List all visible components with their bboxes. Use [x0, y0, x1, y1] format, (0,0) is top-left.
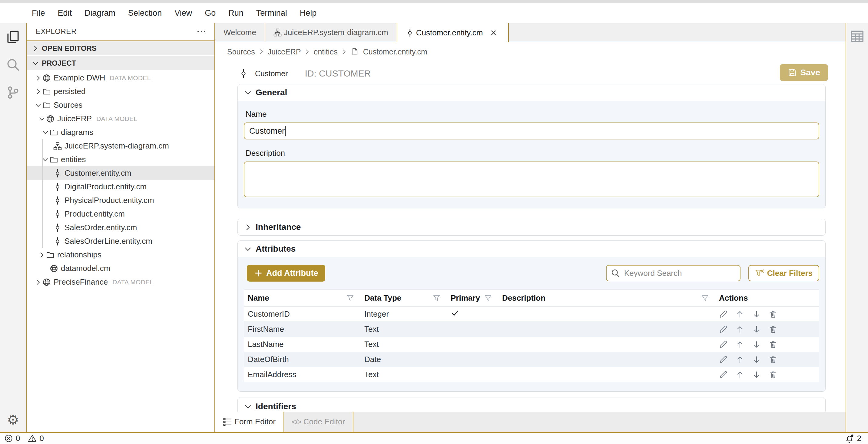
status-bar: 0 0 2: [0, 432, 868, 444]
tree-item-digitalproduct-entity-cm[interactable]: DigitalProduct.entity.cm: [27, 180, 214, 194]
tree-item-diagrams[interactable]: diagrams: [27, 126, 214, 139]
delete-icon[interactable]: [769, 325, 777, 334]
delete-icon[interactable]: [769, 355, 777, 364]
menu-terminal[interactable]: Terminal: [250, 8, 293, 18]
move-down-icon[interactable]: [752, 371, 761, 379]
breadcrumb-entities[interactable]: entities: [313, 47, 337, 56]
move-down-icon[interactable]: [752, 340, 761, 349]
tree-item-sources[interactable]: Sources: [27, 98, 214, 112]
doc-icon: [351, 48, 359, 56]
attribute-row-firstname[interactable]: FirstNameText: [244, 322, 819, 337]
menu-go[interactable]: Go: [198, 8, 222, 18]
keyword-search-input[interactable]: [624, 268, 736, 278]
menu-view[interactable]: View: [168, 8, 198, 18]
attributes-section: Attributes Add Attribute Clear Filters: [238, 240, 826, 392]
filter-icon[interactable]: [433, 294, 440, 302]
menu-file[interactable]: File: [26, 8, 52, 18]
table-header-row: NameData TypePrimaryDescriptionActions: [244, 290, 819, 307]
attribute-row-lastname[interactable]: LastNameText: [244, 337, 819, 352]
edit-icon[interactable]: [719, 325, 727, 334]
tree-item-label: DigitalProduct.entity.cm: [64, 182, 147, 192]
row-actions: [719, 371, 819, 379]
tree-item-physicalproduct-entity-cm[interactable]: PhysicalProduct.entity.cm: [27, 194, 214, 207]
menu-run[interactable]: Run: [222, 8, 250, 18]
tree-item-label: PreciseFinance: [54, 277, 108, 287]
editor-area: WelcomeJuiceERP.system-diagram.cmCustome…: [215, 23, 845, 432]
move-down-icon[interactable]: [752, 355, 761, 364]
attributes-section-header[interactable]: Attributes: [238, 241, 825, 257]
tree-item-product-entity-cm[interactable]: Product.entity.cm: [27, 207, 214, 221]
breadcrumb-sources[interactable]: Sources: [227, 47, 255, 56]
edit-icon[interactable]: [719, 371, 727, 379]
attribute-row-emailaddress[interactable]: EmailAddressText: [244, 367, 819, 382]
add-attribute-button[interactable]: Add Attribute: [247, 265, 325, 282]
settings-button[interactable]: ⚙: [0, 413, 26, 426]
menu-help[interactable]: Help: [293, 8, 323, 18]
inheritance-section-header[interactable]: Inheritance: [238, 219, 825, 235]
tree-item-persisted[interactable]: persisted: [27, 85, 214, 98]
tree-item-customer-entity-cm[interactable]: Customer.entity.cm: [27, 166, 214, 180]
problems-warnings[interactable]: 0: [28, 434, 43, 443]
move-up-icon[interactable]: [736, 310, 744, 318]
description-input[interactable]: [244, 162, 819, 197]
move-down-icon[interactable]: [752, 310, 761, 318]
edit-icon[interactable]: [719, 355, 727, 364]
menu-selection[interactable]: Selection: [122, 8, 168, 18]
save-button[interactable]: Save: [780, 64, 828, 81]
move-up-icon[interactable]: [736, 340, 744, 349]
tree-item-precisefinance[interactable]: PreciseFinanceDATA MODEL: [27, 275, 214, 289]
breadcrumb-juiceerp[interactable]: JuiceERP: [268, 47, 301, 56]
edit-icon[interactable]: [719, 310, 727, 318]
activity-search[interactable]: [0, 55, 26, 74]
tree-item-entities[interactable]: entities: [27, 153, 214, 166]
table-view-icon[interactable]: [850, 29, 864, 43]
activity-files[interactable]: [0, 27, 26, 46]
folder-icon: [50, 128, 58, 137]
attribute-row-customerid[interactable]: CustomerIDInteger: [244, 307, 819, 322]
move-up-icon[interactable]: [736, 371, 744, 379]
problems-errors[interactable]: 0: [4, 434, 20, 443]
tab-juiceerp-system-diagram-cm[interactable]: JuiceERP.system-diagram.cm: [265, 23, 397, 42]
move-up-icon[interactable]: [736, 355, 744, 364]
close-icon[interactable]: [489, 29, 498, 37]
open-editors-section[interactable]: OPEN EDITORS: [27, 41, 214, 55]
general-section-header[interactable]: General: [238, 84, 825, 101]
bell-icon: [845, 434, 854, 443]
code-icon: </>: [292, 417, 301, 426]
move-up-icon[interactable]: [736, 325, 744, 334]
tab-welcome[interactable]: Welcome: [215, 23, 265, 42]
clear-filters-button[interactable]: Clear Filters: [748, 265, 819, 281]
notifications-bell[interactable]: 2: [845, 434, 861, 443]
identifiers-section-header[interactable]: Identifiers: [238, 398, 825, 412]
tree-item-juiceerp[interactable]: JuiceERPDATA MODEL: [27, 112, 214, 126]
tree-item-salesorderline-entity-cm[interactable]: SalesOrderLine.entity.cm: [27, 234, 214, 248]
column-label: Actions: [719, 294, 748, 303]
tree-item-relationships[interactable]: relationships: [27, 248, 214, 262]
more-actions-icon[interactable]: [196, 26, 207, 37]
tab-customer-entity-cm[interactable]: Customer.entity.cm: [397, 23, 509, 42]
chevron-down-icon: [244, 403, 252, 411]
filter-icon[interactable]: [484, 294, 492, 302]
tree-item-datamodel-cm[interactable]: datamodel.cm: [27, 262, 214, 275]
tab-form-editor[interactable]: Form Editor: [215, 412, 284, 432]
edit-icon[interactable]: [719, 340, 727, 349]
tree-item-juiceerp-system-diagram-cm[interactable]: JuiceERP.system-diagram.cm: [27, 139, 214, 153]
filter-icon[interactable]: [701, 294, 709, 302]
menu-edit[interactable]: Edit: [52, 8, 79, 18]
name-input[interactable]: Customer: [244, 123, 819, 139]
delete-icon[interactable]: [769, 371, 777, 379]
activity-source-control[interactable]: [0, 83, 26, 102]
attribute-row-dateofbirth[interactable]: DateOfBirthDate: [244, 352, 819, 367]
tab-code-editor[interactable]: </>Code Editor: [284, 412, 353, 432]
inheritance-section: Inheritance: [238, 219, 826, 236]
filter-icon[interactable]: [346, 294, 354, 302]
delete-icon[interactable]: [769, 310, 777, 318]
move-down-icon[interactable]: [752, 325, 761, 334]
delete-icon[interactable]: [769, 340, 777, 349]
menu-diagram[interactable]: Diagram: [78, 8, 122, 18]
project-section[interactable]: PROJECT: [27, 56, 214, 70]
tree-item-example-dwh[interactable]: Example DWHDATA MODEL: [27, 71, 214, 85]
attribute-data-type: Integer: [364, 309, 451, 319]
tree-item-salesorder-entity-cm[interactable]: SalesOrder.entity.cm: [27, 221, 214, 234]
breadcrumb-file[interactable]: Customer.entity.cm: [363, 47, 427, 56]
